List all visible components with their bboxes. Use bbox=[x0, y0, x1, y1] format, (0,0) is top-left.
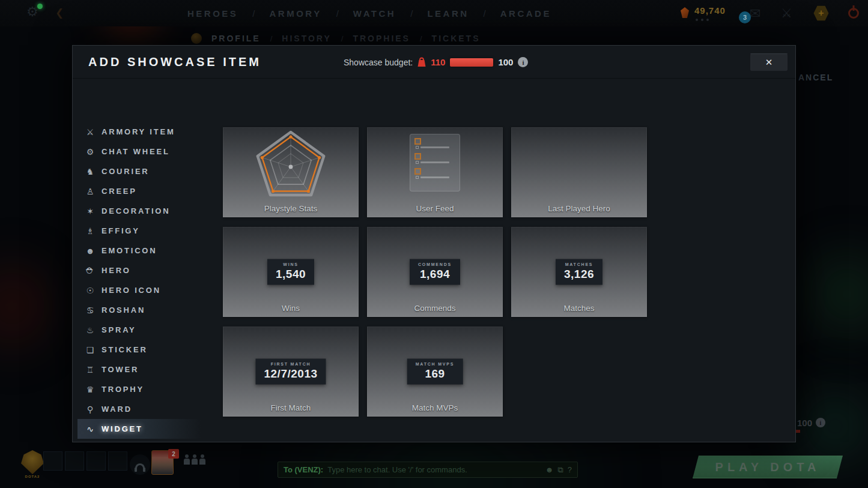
tab-trophies[interactable]: TROPHIES bbox=[353, 34, 410, 43]
power-icon[interactable] bbox=[848, 8, 859, 19]
nav-item-watch[interactable]: WATCH bbox=[353, 8, 396, 19]
widget-card-playstyle-stats[interactable]: Playstyle Stats bbox=[223, 127, 359, 217]
background-info-icon: i bbox=[816, 418, 825, 427]
stat-badge: FIRST MATCH 12/7/2013 bbox=[255, 359, 326, 385]
sidebar-item-armory-item[interactable]: ⚔ARMORY ITEM bbox=[77, 122, 201, 142]
sidebar-item-label: HERO bbox=[102, 266, 131, 275]
stat-badge: MATCHES 3,126 bbox=[556, 259, 602, 285]
sidebar-item-label: EMOTICON bbox=[102, 246, 157, 255]
stat-label: WINS bbox=[276, 262, 306, 267]
widget-card-label: Wins bbox=[223, 304, 359, 313]
screenshot-icon[interactable]: ⧉ bbox=[557, 465, 563, 475]
sidebar-item-ward[interactable]: ⚲WARD bbox=[77, 399, 201, 419]
sidebar-item-label: EFFIGY bbox=[102, 226, 140, 235]
sidebar-item-emoticon[interactable]: ☻EMOTICON bbox=[77, 241, 201, 261]
widget-card-label: Match MVPs bbox=[367, 403, 503, 412]
widget-card-commends[interactable]: COMMENDS 1,694Commends bbox=[367, 227, 503, 317]
settings-gear-icon[interactable]: ⚙ bbox=[26, 4, 38, 20]
info-icon[interactable]: i bbox=[518, 57, 528, 67]
feed-avatar-placeholder bbox=[414, 168, 421, 175]
mail-icon[interactable]: ✉ bbox=[750, 6, 760, 22]
currency-dots bbox=[696, 19, 709, 21]
sidebar-item-label: TROPHY bbox=[102, 385, 144, 394]
online-status-dot bbox=[37, 4, 43, 9]
stat-value: 1,540 bbox=[276, 268, 306, 281]
armory-icon[interactable]: ⚔ bbox=[781, 6, 792, 20]
tab-tickets[interactable]: TICKETS bbox=[432, 34, 481, 43]
effigy-icon: ♗ bbox=[82, 226, 98, 236]
voice-headset-button[interactable] bbox=[130, 454, 150, 475]
emoticon-icon[interactable]: ☻ bbox=[545, 465, 554, 474]
chat-help-icon[interactable]: ? bbox=[568, 465, 572, 474]
budget-total-value: 100 bbox=[498, 57, 513, 67]
sidebar-item-chat-wheel[interactable]: ⚙CHAT WHEEL bbox=[77, 142, 201, 161]
sidebar-item-label: COURIER bbox=[102, 167, 150, 176]
nav-item-learn[interactable]: LEARN bbox=[427, 8, 469, 19]
nav-item-arcade[interactable]: ARCADE bbox=[500, 8, 551, 19]
user-feed-preview bbox=[410, 134, 460, 191]
sidebar-item-label: ROSHAN bbox=[102, 306, 145, 315]
dota-plus-icon[interactable]: + bbox=[813, 5, 829, 21]
feed-avatar-placeholder bbox=[414, 153, 421, 160]
chat-bar: To (VENZ): ☻ ⧉ ? bbox=[278, 462, 578, 478]
sidebar-item-courier[interactable]: ♞COURIER bbox=[77, 161, 201, 181]
sidebar-item-trophy[interactable]: ♛TROPHY bbox=[77, 379, 201, 399]
trophy-icon: ♛ bbox=[82, 385, 98, 394]
widget-card-last-played-hero[interactable]: Last Played Hero bbox=[511, 127, 647, 217]
cancel-button-partial[interactable]: ANCEL bbox=[798, 73, 833, 82]
showcase-category-list: ⚔ARMORY ITEM⚙CHAT WHEEL♞COURIER♙CREEP✶DE… bbox=[77, 122, 222, 439]
sidebar-item-spray[interactable]: ♨SPRAY bbox=[77, 320, 201, 340]
tab-separator: / bbox=[341, 34, 344, 43]
friends-icon bbox=[192, 459, 198, 465]
profile-emblem-icon bbox=[191, 33, 202, 44]
feed-avatar-placeholder bbox=[414, 138, 421, 145]
sidebar-item-creep[interactable]: ♙CREEP bbox=[77, 181, 201, 201]
widget-card-match-mvps[interactable]: MATCH MVPS 169Match MVPs bbox=[367, 327, 503, 417]
decoration-icon: ✶ bbox=[82, 206, 98, 216]
tab-separator: / bbox=[270, 34, 273, 43]
sidebar-item-widget[interactable]: ∿WIDGET bbox=[77, 419, 201, 439]
friends-icon bbox=[199, 459, 205, 465]
nav-item-heroes[interactable]: HEROES bbox=[187, 8, 238, 19]
top-nav-menu: HEROES/ARMORY/WATCH/LEARN/ARCADE bbox=[187, 0, 551, 26]
widget-card-matches[interactable]: MATCHES 3,126Matches bbox=[511, 227, 647, 317]
profile-tab-bar: PROFILE/HISTORY/TROPHIES/TICKETS bbox=[191, 30, 480, 47]
tab-history[interactable]: HISTORY bbox=[282, 34, 331, 43]
nav-item-armory[interactable]: ARMORY bbox=[270, 8, 322, 19]
budget-label: Showcase budget: bbox=[344, 58, 413, 67]
sidebar-item-label: HERO ICON bbox=[102, 286, 161, 295]
close-button[interactable]: ✕ bbox=[750, 53, 788, 71]
chat-wheel-icon: ⚙ bbox=[82, 147, 98, 157]
chat-input[interactable] bbox=[327, 465, 541, 474]
widget-card-wins[interactable]: WINS 1,540Wins bbox=[223, 227, 359, 317]
sidebar-item-hero[interactable]: ⛑HERO bbox=[77, 261, 201, 280]
play-dota-button[interactable]: PLAY DOTA bbox=[693, 456, 843, 478]
spray-icon: ♨ bbox=[82, 325, 98, 335]
friends-icon bbox=[184, 459, 190, 465]
roshan-icon: ♋ bbox=[82, 306, 98, 315]
stat-badge: MATCH MVPS 169 bbox=[407, 359, 463, 385]
tab-profile[interactable]: PROFILE bbox=[211, 34, 261, 43]
creep-icon: ♙ bbox=[82, 187, 98, 196]
widget-card-first-match[interactable]: FIRST MATCH 12/7/2013First Match bbox=[223, 327, 359, 417]
stat-label: COMMENDS bbox=[418, 262, 452, 267]
sidebar-item-tower[interactable]: ♖TOWER bbox=[77, 360, 201, 379]
sidebar-item-roshan[interactable]: ♋ROSHAN bbox=[77, 300, 201, 320]
empty-slot bbox=[86, 451, 106, 471]
sidebar-item-decoration[interactable]: ✶DECORATION bbox=[77, 201, 201, 221]
sidebar-item-label: STICKER bbox=[102, 345, 148, 354]
stat-badge: WINS 1,540 bbox=[267, 259, 314, 285]
widget-card-user-feed[interactable]: User Feed bbox=[367, 127, 503, 217]
bottom-slot-row bbox=[43, 451, 127, 471]
dota-level-crest: DOTA2 bbox=[19, 450, 46, 481]
showcase-budget: Showcase budget: 110 100 i bbox=[344, 46, 528, 79]
sidebar-item-sticker[interactable]: ❏STICKER bbox=[77, 340, 201, 360]
profile-tabs-container: PROFILE/HISTORY/TROPHIES/TICKETS bbox=[211, 34, 480, 43]
sidebar-item-hero-icon[interactable]: ☉HERO ICON bbox=[77, 280, 201, 300]
empty-slot bbox=[65, 451, 84, 471]
widget-card-label: Last Played Hero bbox=[511, 204, 647, 213]
sidebar-item-effigy[interactable]: ♗EFFIGY bbox=[77, 221, 201, 241]
back-icon[interactable]: ❮ bbox=[55, 7, 64, 19]
avatar-notification-badge: 2 bbox=[168, 449, 179, 459]
friends-button[interactable] bbox=[184, 459, 205, 465]
